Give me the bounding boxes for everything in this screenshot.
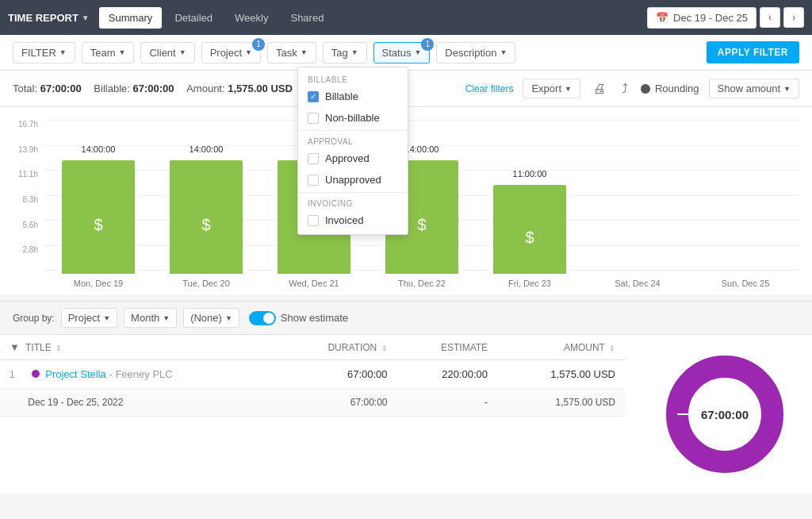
project-name-link[interactable]: Project Stella — [45, 368, 106, 380]
project-cell: 1 Project Stella - Feeney PLC — [0, 360, 278, 389]
data-table: ▼ TITLE ⇕ DURATION ⇕ ESTIMATE AMOUNT ⇕ 1 — [0, 335, 625, 417]
tab-summary[interactable]: Summary — [99, 7, 163, 29]
tag-chevron: ▼ — [351, 48, 358, 56]
bar-day-thu: Thu, Dec 22 — [398, 279, 446, 294]
col-estimate: ESTIMATE — [397, 335, 498, 360]
tab-shared[interactable]: Shared — [281, 7, 333, 29]
project-filter-button[interactable]: Project ▼ 1 — [201, 42, 261, 63]
rounding-indicator — [641, 84, 650, 94]
donut-center-value: 67:00:00 — [701, 408, 749, 421]
bottom-panel: Group by: Project ▼ Month ▼ (None) ▼ Sho… — [0, 301, 812, 494]
bar-day-tue: Tue, Dec 20 — [182, 279, 230, 294]
summary-actions: Clear filters Export ▼ 🖨 ⤴ Rounding Show… — [465, 79, 799, 98]
expand-all-icon[interactable]: ▼ — [10, 341, 20, 353]
top-navigation: TIME REPORT ▼ Summary Detailed Weekly Sh… — [0, 0, 812, 35]
clear-filters-link[interactable]: Clear filters — [465, 83, 514, 94]
y-label-3: 8.3h — [23, 195, 38, 204]
rounding-toggle: Rounding — [641, 83, 699, 94]
bar-col-tue[interactable]: 14:00:00 $ Tue, Dec 20 — [152, 120, 260, 294]
date-range-box: 📅 Dec 19 - Dec 25 — [647, 7, 756, 29]
status-filter-button[interactable]: Status ▼ 1 — [373, 42, 431, 63]
bar-day-sun: Sun, Dec 25 — [722, 279, 770, 294]
billable-total-label: Billable: 67:00:00 — [94, 83, 174, 94]
export-chevron: ▼ — [565, 85, 572, 93]
task-filter-label: Task — [276, 47, 297, 59]
billable-label: Billable — [325, 90, 358, 102]
group-by-project-select[interactable]: Project ▼ — [61, 308, 117, 328]
group-by-none-select[interactable]: (None) ▼ — [183, 308, 239, 328]
tag-filter-button[interactable]: Tag ▼ — [323, 42, 367, 63]
dropdown-item-billable[interactable]: ✓ Billable — [298, 86, 408, 107]
bar-col-mon[interactable]: 14:00:00 $ Mon, Dec 19 — [44, 120, 152, 294]
non-billable-checkbox[interactable] — [308, 113, 319, 124]
group-by-month-select[interactable]: Month ▼ — [124, 308, 177, 328]
bar-fri[interactable]: $ — [493, 185, 566, 274]
dropdown-section-invoicing-label: INVOICING — [298, 194, 408, 210]
group-bar: Group by: Project ▼ Month ▼ (None) ▼ Sho… — [0, 301, 812, 335]
dropdown-item-non-billable[interactable]: Non-billable — [298, 107, 408, 129]
approved-label: Approved — [325, 152, 370, 164]
bar-col-sun: Sun, Dec 25 — [691, 120, 799, 294]
team-filter-button[interactable]: Team ▼ — [82, 42, 135, 63]
y-label-0: 16.7h — [18, 120, 38, 129]
app-title-dropdown-arrow: ▼ — [82, 13, 90, 22]
date-next-button[interactable]: › — [783, 7, 804, 28]
bar-col-fri[interactable]: 11:00:00 $ Fri, Dec 23 — [476, 120, 584, 294]
duration-sort-icon: ⇕ — [381, 344, 388, 352]
status-filter-badge: 1 — [421, 38, 434, 51]
project-duration: 67:00:00 — [278, 360, 397, 389]
y-axis: 16.7h 13.9h 11.1h 8.3h 5.6h 2.8h — [13, 120, 43, 271]
billable-checkbox[interactable]: ✓ — [308, 91, 319, 102]
dropdown-item-approved[interactable]: Approved — [298, 148, 408, 169]
bar-tue[interactable]: $ — [170, 160, 243, 274]
client-filter-button[interactable]: Client ▼ — [140, 42, 194, 63]
description-filter-button[interactable]: Description ▼ — [436, 42, 515, 63]
approved-checkbox[interactable] — [308, 153, 319, 164]
task-chevron: ▼ — [301, 48, 308, 56]
col-amount: AMOUNT ⇕ — [497, 335, 625, 360]
project-filter-badge: 1 — [252, 38, 265, 51]
task-filter-button[interactable]: Task ▼ — [267, 42, 316, 63]
show-estimate-toggle[interactable]: Show estimate — [249, 311, 348, 325]
tab-weekly[interactable]: Weekly — [225, 7, 278, 29]
tab-detailed[interactable]: Detailed — [165, 7, 222, 29]
amount-sort-icon: ⇕ — [609, 344, 615, 352]
group-month-text: Month — [131, 312, 159, 324]
project-chevron: ▼ — [245, 48, 252, 56]
y-label-5: 2.8h — [23, 245, 38, 254]
invoiced-label: Invoiced — [325, 214, 363, 226]
donut-chart: 67:00:00 — [661, 351, 788, 478]
calendar-icon: 📅 — [656, 12, 668, 24]
unapproved-label: Unapproved — [325, 174, 381, 186]
bar-mon[interactable]: $ — [62, 160, 135, 274]
col-duration: DURATION ⇕ — [278, 335, 397, 360]
show-estimate-switch[interactable] — [249, 311, 276, 325]
app-title[interactable]: TIME REPORT ▼ — [8, 12, 90, 24]
dropdown-item-unapproved[interactable]: Unapproved — [298, 169, 408, 190]
export-button[interactable]: Export ▼ — [523, 79, 580, 98]
amount-label: Amount: 1,575.00 USD — [186, 83, 293, 94]
dropdown-item-invoiced[interactable]: Invoiced — [298, 210, 408, 231]
share-button[interactable]: ⤴ — [619, 80, 631, 98]
filter-button[interactable]: FILTER ▼ — [13, 42, 75, 63]
show-amount-label: Show amount — [718, 83, 781, 94]
invoiced-checkbox[interactable] — [308, 215, 319, 226]
group-none-chevron: ▼ — [225, 314, 232, 322]
table-section: ▼ TITLE ⇕ DURATION ⇕ ESTIMATE AMOUNT ⇕ 1 — [0, 335, 625, 494]
date-prev-button[interactable]: ‹ — [760, 7, 780, 28]
unapproved-checkbox[interactable] — [308, 175, 319, 186]
show-estimate-label: Show estimate — [281, 312, 348, 324]
print-button[interactable]: 🖨 — [590, 80, 609, 98]
bar-day-fri: Fri, Dec 23 — [508, 279, 551, 294]
apply-filter-button[interactable]: APPLY FILTER — [707, 41, 799, 63]
rounding-label: Rounding — [655, 83, 699, 94]
bar-label-mon: 14:00:00 — [82, 144, 116, 154]
group-project-text: Project — [68, 312, 100, 324]
show-amount-button[interactable]: Show amount ▼ — [709, 79, 799, 98]
project-color-dot — [32, 370, 40, 378]
dropdown-section-billable-label: BILLABLE — [298, 71, 408, 86]
project-amount: 1,575.00 USD — [497, 360, 625, 389]
bar-label-fri: 11:00:00 — [513, 169, 547, 179]
date-estimate: - — [397, 389, 498, 417]
row-number: 1 — [10, 369, 25, 380]
